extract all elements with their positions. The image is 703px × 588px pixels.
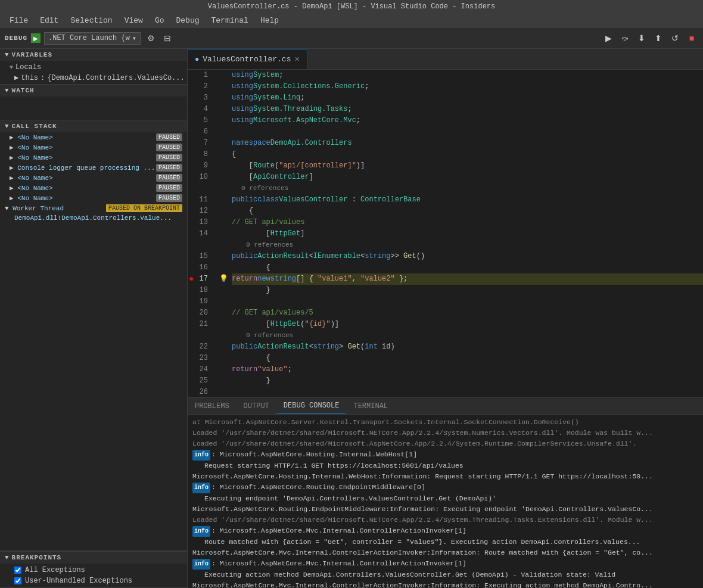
menu-help[interactable]: Help [256, 15, 284, 26]
menu-go[interactable]: Go [150, 15, 169, 26]
tab-problems[interactable]: PROBLEMS [188, 398, 237, 414]
debug-play-button[interactable]: ▶ [31, 33, 41, 43]
debug-config-label: .NET Core Launch (w [48, 34, 130, 42]
info-badge-4: info [192, 559, 210, 570]
breakpoints-header[interactable]: ▼ BREAKPOINTS [0, 552, 187, 564]
stack-item-1[interactable]: ▶ <No Name> PAUSED [0, 132, 187, 142]
title-bar: ValuesController.cs - DemoApi [WSL] - Vi… [0, 0, 703, 13]
bp-user-unhandled-label: User-Unhandled Exceptions [25, 577, 132, 585]
ln-9: 9 [188, 160, 213, 172]
chevron-down-icon: ▾ [132, 34, 136, 43]
bp-user-unhandled-checkbox[interactable] [14, 577, 21, 584]
stack-item-4[interactable]: ▶ Console logger queue processing ... PA… [0, 163, 187, 173]
si5-badge: PAUSED [156, 174, 182, 182]
menu-terminal[interactable]: Terminal [207, 15, 253, 26]
code-line-20: // GET api/values/5 [232, 307, 703, 319]
gi-6 [217, 126, 229, 138]
si6-name: <No Name> [17, 185, 52, 192]
debug-stepover-button[interactable]: ⤼ [618, 32, 632, 45]
ln-17: 17 [188, 273, 213, 285]
gi-13 [217, 217, 229, 228]
worker-thread-item[interactable]: ▼ Worker Thread PAUSED ON BREAKPOINT [0, 203, 187, 213]
tab-output[interactable]: OUTPUT [237, 398, 276, 414]
console-output: at Microsoft.AspNetCore.Server.Kestrel.T… [188, 415, 703, 588]
si2-name: <No Name> [17, 144, 52, 151]
info-badge-1: info [192, 450, 210, 461]
console-line-12: Route matched with {action = "Get", cont… [192, 537, 698, 547]
tab-values-controller[interactable]: ● ValuesController.cs × [188, 49, 307, 69]
debug-restart-button[interactable]: ↺ [668, 32, 682, 45]
breakpoints-title: BREAKPOINTS [12, 554, 62, 561]
gi-8 [217, 149, 229, 160]
code-line-5: using Microsoft.AspNetCore.Mvc; [232, 115, 703, 126]
stack-item-6[interactable]: ▶ <No Name> PAUSED [0, 183, 187, 193]
debug-continue-button[interactable]: ▶ [602, 32, 615, 45]
demoapi-frame[interactable]: DemoApi.dll!DemoApi.Controllers.Value... [0, 213, 187, 223]
variables-collapse-icon: ▼ [5, 51, 10, 58]
si6-arrow: ▶ [10, 185, 17, 192]
this-variable[interactable]: ▶ this : {DemoApi.Controllers.ValuesCo..… [0, 73, 187, 83]
menu-edit[interactable]: Edit [35, 15, 63, 26]
console-line-3: Loaded '/usr/share/dotnet/shared/Microso… [192, 438, 698, 449]
line-numbers: 1 2 3 4 5 6 7 8 9 10 11 12 13 14 15 [188, 70, 217, 397]
stack-item-7[interactable]: ▶ <No Name> PAUSED [0, 193, 187, 203]
ln-8: 8 [188, 149, 213, 160]
ln-14: 14 [188, 228, 213, 239]
watch-header[interactable]: ▼ WATCH [0, 85, 187, 97]
ln-5: 5 [188, 115, 213, 126]
si5-name: <No Name> [17, 175, 52, 182]
callstack-header[interactable]: ▼ CALL STACK [0, 120, 187, 132]
bp-all-exceptions-checkbox[interactable] [14, 567, 21, 574]
ln-10: 10 [188, 172, 213, 183]
this-value: {DemoApi.Controllers.ValuesCo... [47, 74, 184, 82]
callstack-title: CALL STACK [12, 123, 57, 130]
bottom-tab-bar: PROBLEMS OUTPUT DEBUG CONSOLE TERMINAL [188, 398, 703, 415]
editor-area[interactable]: 1 2 3 4 5 6 7 8 9 10 11 12 13 14 15 [188, 70, 703, 397]
si6-badge: PAUSED [156, 184, 182, 192]
gi-3 [217, 92, 229, 104]
code-line-14: [HttpGet] [232, 228, 703, 239]
code-line-17: return new string[] { "value1", "value2"… [232, 273, 703, 285]
breakpoint-user-unhandled[interactable]: User-Unhandled Exceptions [0, 575, 187, 586]
gi-19 [217, 296, 229, 307]
stack-item-3[interactable]: ▶ <No Name> PAUSED [0, 153, 187, 163]
tab-terminal[interactable]: TERMINAL [346, 398, 395, 414]
gutter-icons: 💡 [217, 70, 229, 397]
si1-badge: PAUSED [156, 133, 182, 141]
stack-item-2[interactable]: ▶ <No Name> PAUSED [0, 142, 187, 153]
ln-4: 4 [188, 104, 213, 115]
debug-settings-button[interactable]: ⚙ [144, 32, 157, 45]
menu-file[interactable]: File [5, 15, 33, 26]
breakpoints-section: ▼ BREAKPOINTS All Exceptions User-Unhand… [0, 551, 187, 588]
breakpoints-collapse-icon: ▼ [5, 554, 10, 561]
debug-stepinto-button[interactable]: ⬇ [635, 32, 648, 45]
code-line-15-ref: 0 references [232, 239, 703, 251]
gi-11-ref [217, 183, 229, 194]
variables-header[interactable]: ▼ VARIABLES [0, 49, 187, 61]
gi-17[interactable]: 💡 [217, 273, 229, 285]
tab-debug-console[interactable]: DEBUG CONSOLE [276, 398, 347, 414]
console-line-6: Microsoft.AspNetCore.Hosting.Internal.We… [192, 471, 698, 482]
debug-layout-button[interactable]: ⊟ [161, 32, 174, 45]
menu-bar: File Edit Selection View Go Debug Termin… [0, 13, 703, 28]
tab-close-button[interactable]: × [294, 55, 299, 64]
console-line-13: Microsoft.AspNetCore.Mvc.Internal.Contro… [192, 547, 698, 558]
menu-view[interactable]: View [120, 15, 148, 26]
stack-item-5[interactable]: ▶ <No Name> PAUSED [0, 173, 187, 183]
console-line-11: info: Microsoft.AspNetCore.Mvc.Internal.… [192, 525, 698, 537]
wt-badge: PAUSED ON BREAKPOINT [106, 204, 182, 212]
code-line-12: { [232, 206, 703, 217]
callstack-content: ▶ <No Name> PAUSED ▶ <No Name> PAUSED ▶ … [0, 132, 187, 550]
menu-debug[interactable]: Debug [171, 15, 204, 26]
si3-name: <No Name> [17, 154, 52, 161]
debug-stop-button[interactable]: ■ [685, 32, 698, 45]
breakpoint-all-exceptions[interactable]: All Exceptions [0, 565, 187, 575]
locals-group[interactable]: ▼ Locals [0, 62, 187, 73]
debug-stepout-button[interactable]: ⬆ [652, 32, 665, 45]
menu-selection[interactable]: Selection [66, 15, 117, 26]
debug-toolbar: DEBUG ▶ .NET Core Launch (w ▾ ⚙ ⊟ ▶ ⤼ ⬇ … [0, 28, 703, 49]
console-line-9: Microsoft.AspNetCore.Routing.EndpointMid… [192, 504, 698, 515]
si7-arrow: ▶ [10, 195, 17, 202]
code-line-10: [ApiController] [232, 172, 703, 183]
debug-config-selector[interactable]: .NET Core Launch (w ▾ [44, 32, 141, 45]
